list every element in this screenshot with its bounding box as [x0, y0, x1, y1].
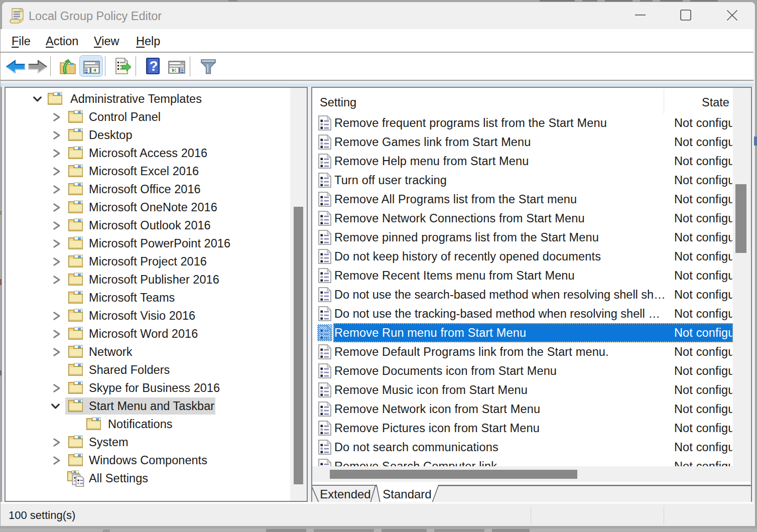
svg-text:Extended: Extended [320, 487, 370, 501]
svg-text:Standard: Standard [383, 487, 431, 501]
svg-text:?: ? [149, 58, 158, 74]
